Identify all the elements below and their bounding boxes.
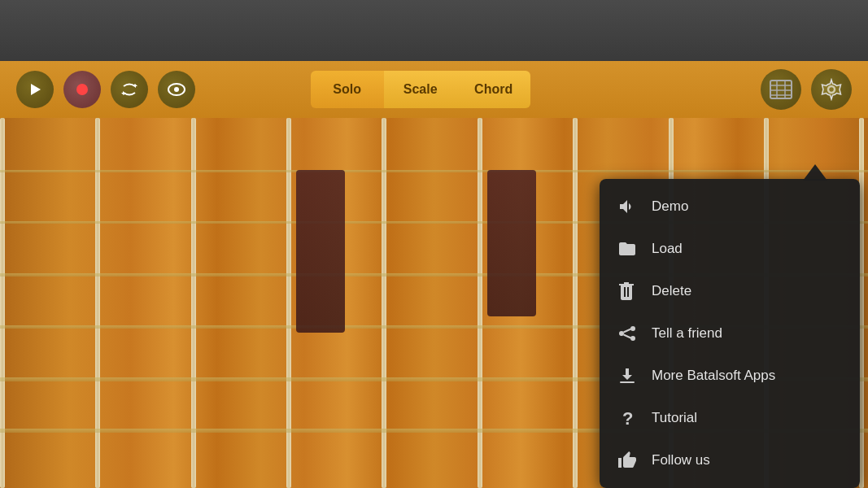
menu-item-load[interactable]: Load: [600, 228, 860, 270]
string-1: [0, 170, 868, 172]
load-icon: [616, 237, 639, 260]
fretboard-container[interactable]: Demo Load Delete: [0, 118, 868, 488]
tab-scale[interactable]: Scale: [384, 71, 457, 108]
menu-item-more-apps[interactable]: More Batalsoft Apps: [600, 355, 860, 397]
svg-point-14: [619, 331, 624, 336]
svg-point-1: [76, 84, 88, 95]
svg-marker-0: [31, 84, 41, 95]
tutorial-label: Tutorial: [652, 410, 697, 426]
demo-label: Demo: [652, 198, 688, 215]
menu-item-tell-friend[interactable]: Tell a friend: [600, 312, 860, 355]
download-icon: [616, 364, 639, 387]
share-icon: [616, 322, 639, 345]
delete-label: Delete: [652, 283, 691, 299]
settings-icon: [820, 78, 843, 101]
play-icon: [28, 82, 42, 97]
fretboard-button[interactable]: [761, 69, 801, 110]
svg-line-17: [624, 329, 631, 333]
chord-marker-2[interactable]: [487, 170, 536, 316]
demo-icon: [616, 195, 639, 218]
menu-item-follow-us[interactable]: Follow us: [600, 439, 860, 481]
toolbar: Solo Scale Chord: [0, 61, 868, 118]
tell-friend-label: Tell a friend: [652, 325, 722, 342]
menu-item-tutorial[interactable]: ? Tutorial: [600, 397, 860, 439]
toolbar-left: [16, 71, 195, 108]
record-icon: [75, 82, 89, 97]
eye-icon: [168, 83, 185, 96]
tutorial-icon: ?: [616, 407, 639, 429]
svg-point-13: [630, 326, 635, 331]
mode-tabs: Solo Scale Chord: [311, 71, 530, 108]
eye-button[interactable]: [158, 71, 195, 108]
more-apps-label: More Batalsoft Apps: [652, 368, 775, 384]
loop-icon: [121, 81, 137, 98]
thumbs-up-icon: [616, 449, 639, 472]
tab-solo[interactable]: Solo: [311, 71, 384, 108]
menu-item-delete[interactable]: Delete: [600, 270, 860, 312]
settings-dropdown-menu: Demo Load Delete: [600, 179, 860, 488]
delete-icon: [616, 280, 639, 303]
menu-item-demo[interactable]: Demo: [600, 185, 860, 228]
svg-point-5: [174, 87, 179, 92]
chord-marker-1[interactable]: [296, 170, 345, 333]
settings-button[interactable]: [811, 69, 852, 110]
svg-point-15: [630, 336, 635, 341]
svg-rect-18: [620, 381, 635, 383]
top-bar: [0, 0, 868, 61]
toolbar-right: [761, 69, 852, 110]
follow-us-label: Follow us: [652, 452, 710, 468]
loop-button[interactable]: [111, 71, 148, 108]
tab-chord[interactable]: Chord: [457, 71, 530, 108]
svg-text:?: ?: [622, 408, 633, 428]
record-button[interactable]: [63, 71, 101, 108]
svg-line-16: [624, 335, 631, 338]
play-button[interactable]: [16, 71, 54, 108]
fretboard-icon: [770, 80, 792, 99]
load-label: Load: [652, 241, 683, 257]
